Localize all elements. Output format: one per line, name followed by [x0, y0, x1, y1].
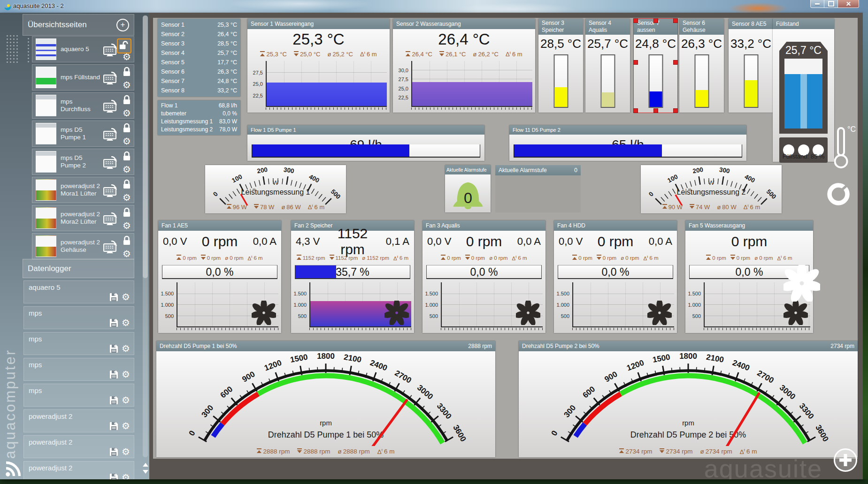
scroll-arrows[interactable]: [142, 463, 148, 474]
page-thumbnail[interactable]: [36, 235, 56, 257]
sensor-tube-panel[interactable]: Sensor 6Gehäuse 26,3 °C: [679, 19, 724, 113]
send-to-display-icon[interactable]: [103, 128, 118, 143]
lock-icon[interactable]: [122, 151, 131, 161]
sidebar-device-item[interactable]: mps ⚙: [23, 306, 134, 329]
gear-icon[interactable]: ⚙: [122, 473, 130, 479]
gear-icon[interactable]: ⚙: [123, 108, 131, 118]
maximize-button[interactable]: [824, 0, 838, 8]
sensor-tube-panel[interactable]: Sensor 8 AE5 33,2 °C: [729, 19, 773, 113]
sidebar-page-item[interactable]: mps D5 Pumpe 2 ⚙: [32, 149, 134, 175]
gear-icon[interactable]: ⚙: [122, 292, 130, 302]
lock-icon[interactable]: [122, 67, 131, 77]
fan-panel[interactable]: Fan 1 AE5 0,0 V 0 rpm 0,0 A 0 rpm 0 rpm …: [158, 220, 281, 333]
flow-panel[interactable]: Flow 11 D5 Pumpe 2 65 l/h: [509, 125, 746, 161]
selection-handle[interactable]: [653, 18, 658, 23]
sidebar-device-item[interactable]: mps ⚙: [23, 358, 134, 381]
temp-chart-panel[interactable]: Sensor 1 Wassereingang 25,3 °C 25,3 °C 2…: [247, 19, 390, 113]
send-to-display-icon[interactable]: [103, 156, 118, 171]
alarm-list-panel[interactable]: Aktuelle Alarmstufe0: [495, 165, 581, 212]
gear-icon[interactable]: ⚙: [123, 221, 131, 230]
gear-icon[interactable]: ⚙: [123, 249, 131, 258]
sidebar-device-item[interactable]: aquaero 5 ⚙: [23, 280, 134, 303]
selection-handle[interactable]: [633, 18, 638, 23]
lock-icon[interactable]: [122, 207, 131, 218]
save-icon[interactable]: [109, 396, 118, 405]
page-thumbnail[interactable]: [36, 179, 56, 201]
send-to-display-icon[interactable]: [103, 241, 118, 256]
gear-icon[interactable]: ⚙: [122, 370, 130, 379]
lock-icon[interactable]: [122, 179, 131, 189]
sidebar-page-item[interactable]: poweradjust 2 Mora1 Lüfter ⚙: [32, 177, 134, 203]
scroll-down-icon[interactable]: [143, 470, 148, 474]
power-gauge-panel[interactable]: 0100200300400500WLeistungsmessung 1 96 W…: [205, 165, 346, 213]
send-to-display-icon[interactable]: [103, 72, 118, 87]
sensor-value-list[interactable]: Sensor 125,3 °CSensor 226,4 °CSensor 328…: [158, 19, 240, 97]
temp-chart-panel[interactable]: Sensor 2 Wasserausgang 26,4 °C 26,4 °C 2…: [393, 19, 535, 113]
selection-handle[interactable]: [673, 108, 678, 113]
sensor-tube-panel[interactable]: Sensor 3Speicher 28,5 °C: [538, 19, 583, 113]
lock-icon[interactable]: [122, 95, 131, 105]
fan-panel[interactable]: Fan 3 Aqualis 0,0 V 0 rpm 0,0 A 0 rpm 0 …: [422, 220, 545, 333]
gear-icon[interactable]: ⚙: [123, 136, 131, 146]
send-to-display-icon[interactable]: [103, 44, 118, 59]
rss-icon[interactable]: [5, 461, 22, 477]
sidebar-page-item[interactable]: mps Füllstand ⚙: [32, 64, 134, 91]
selection-handle[interactable]: [653, 108, 658, 113]
save-icon[interactable]: [109, 318, 118, 327]
lock-icon[interactable]: [122, 123, 131, 133]
gear-icon[interactable]: ⚙: [123, 52, 131, 61]
lock-icon[interactable]: [122, 235, 131, 246]
sidebar-page-item[interactable]: aquaero 5 ⚙: [32, 36, 134, 62]
gear-icon[interactable]: ⚙: [122, 344, 130, 353]
close-button[interactable]: [838, 0, 859, 8]
gear-icon[interactable]: ⚙: [122, 421, 130, 431]
sidebar-page-item[interactable]: poweradjust 2 Mora2 Lüfter ⚙: [32, 205, 134, 231]
send-to-display-icon[interactable]: [103, 212, 118, 227]
gear-icon[interactable]: ⚙: [123, 80, 131, 90]
sidebar-device-item[interactable]: mps ⚙: [23, 384, 134, 407]
page-thumbnail[interactable]: [36, 95, 56, 116]
minimize-button[interactable]: [810, 0, 824, 8]
page-thumbnail[interactable]: [36, 38, 56, 60]
scrollbar-thumb[interactable]: [143, 15, 148, 278]
window-titlebar[interactable]: aquasuite 2013 - 2: [0, 0, 868, 13]
scroll-up-icon[interactable]: [143, 463, 148, 467]
sidebar-page-item[interactable]: mps Durchfluss ⚙: [32, 92, 134, 119]
page-thumbnail[interactable]: [36, 207, 56, 229]
page-thumbnail[interactable]: [36, 151, 56, 173]
sidebar-page-item[interactable]: poweradjust 2 Gehäuse ⚙: [32, 233, 134, 259]
sidebar-device-item[interactable]: mps ⚙: [23, 332, 134, 355]
sidebar-device-item[interactable]: poweradjust 2 ⚙: [23, 409, 134, 432]
save-icon[interactable]: [109, 293, 118, 302]
pump-gauge-panel[interactable]: Drehzahl D5 Pumpe 1 bei 50%2888 rpm 0300…: [156, 341, 495, 457]
page-thumbnail[interactable]: [36, 67, 56, 88]
save-icon[interactable]: [109, 422, 118, 431]
selection-handle[interactable]: [673, 60, 678, 65]
power-gauge-panel[interactable]: 0100200300400500WLeistungsmessung 2 90 W…: [641, 165, 782, 213]
add-page-button[interactable]: +: [116, 19, 129, 31]
fan-panel[interactable]: Fan 2 Speicher 4,3 V 1152 rpm 0,1 A 1152…: [291, 220, 414, 333]
save-icon[interactable]: [109, 344, 118, 353]
save-icon[interactable]: [109, 447, 118, 456]
selection-handle[interactable]: [673, 18, 678, 23]
sensor-tube-panel[interactable]: Sensor 4Aqualis 25,7 °C: [585, 19, 630, 113]
send-to-display-icon[interactable]: [103, 100, 118, 115]
fan-panel[interactable]: Fan 4 HDD 0,0 V 0 rpm 0,0 A 0 rpm 0 rpm …: [554, 220, 677, 333]
gear-icon[interactable]: ⚙: [122, 447, 130, 456]
flow-power-list[interactable]: Flow 168,8 l/htubemeter0,0 %Leistungsmes…: [158, 100, 240, 135]
gear-icon[interactable]: ⚙: [122, 318, 130, 327]
send-to-display-icon[interactable]: [103, 184, 118, 199]
page-thumbnail[interactable]: [36, 123, 56, 144]
add-panel-button[interactable]: [834, 448, 857, 472]
save-icon[interactable]: [109, 473, 118, 479]
alarm-bell-panel[interactable]: Aktuelle Alarmstufe 0: [445, 165, 491, 212]
selection-handle[interactable]: [633, 108, 638, 113]
gear-icon[interactable]: ⚙: [123, 193, 131, 202]
sidebar-device-item[interactable]: poweradjust 2 ⚙: [23, 461, 134, 479]
sidebar-device-item[interactable]: poweradjust 2 ⚙: [23, 435, 134, 458]
save-icon[interactable]: [109, 370, 118, 379]
selection-handle[interactable]: [633, 60, 638, 65]
fill-level-panel[interactable]: Füllstand 25,7 °C Füllstand: 85 %: [773, 19, 834, 162]
gear-icon[interactable]: ⚙: [123, 165, 131, 174]
pump-gauge-panel[interactable]: Drehzahl D5 Pumpe 2 bei 50%2734 rpm 0300…: [519, 341, 858, 457]
